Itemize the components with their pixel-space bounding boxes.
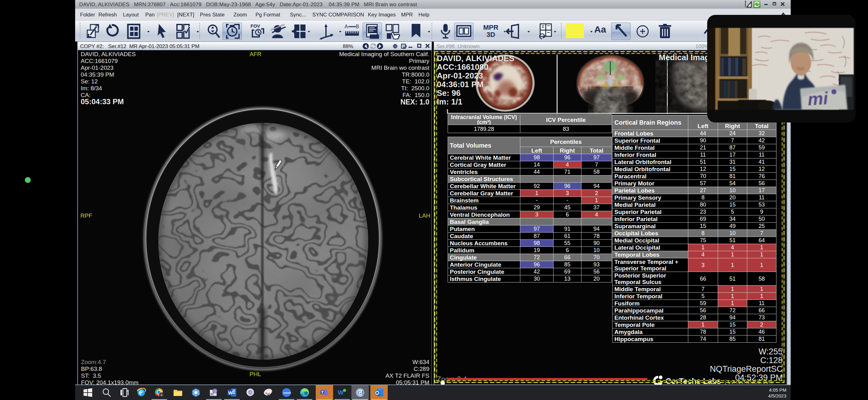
svg-text:A: A (345, 24, 348, 29)
svg-text:FOV: FOV (251, 23, 260, 29)
svg-text:GE: GE (358, 390, 365, 395)
svg-text:B: B (356, 24, 359, 29)
svg-text:zoom: zoom (283, 391, 291, 394)
svg-text:Q: Q (249, 390, 252, 395)
svg-text:W: W (338, 389, 344, 396)
svg-text:e: e (139, 389, 142, 396)
svg-text:Q: Q (214, 389, 216, 393)
svg-text:T: T (321, 390, 324, 395)
svg-text:W: W (228, 390, 233, 395)
svg-text:B: B (161, 394, 163, 397)
